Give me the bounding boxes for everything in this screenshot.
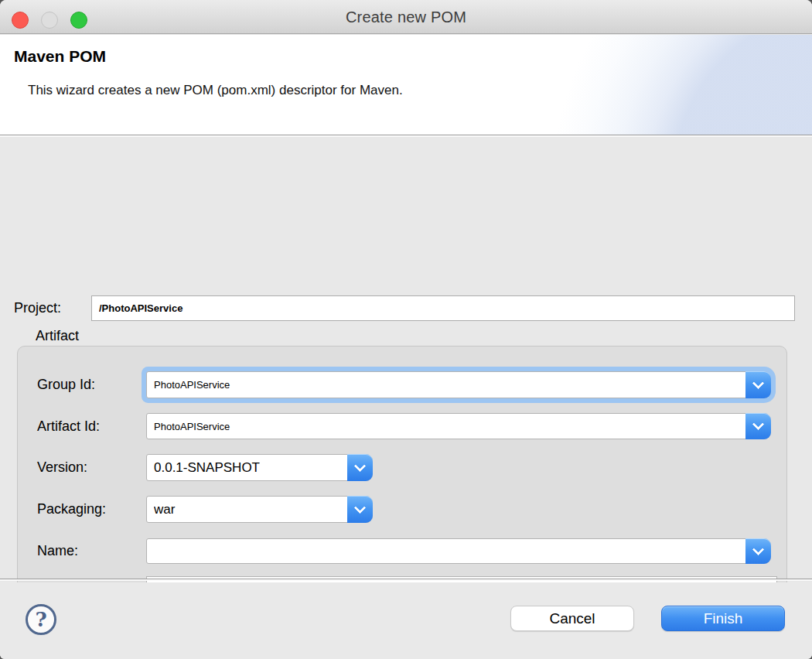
banner-decoration bbox=[487, 35, 812, 135]
footer-separator bbox=[0, 579, 812, 581]
packaging-combo bbox=[146, 496, 373, 523]
banner-description: This wizard creates a new POM (pom.xml) … bbox=[28, 83, 403, 98]
chevron-down-icon bbox=[354, 501, 367, 514]
group-id-combo bbox=[146, 371, 771, 398]
name-input[interactable] bbox=[147, 539, 770, 563]
packaging-label: Packaging: bbox=[37, 496, 106, 523]
artifact-id-input[interactable] bbox=[147, 414, 770, 439]
create-new-pom-dialog: Create new POM Maven POM This wizard cre… bbox=[0, 0, 812, 659]
chevron-down-icon bbox=[354, 459, 367, 472]
window-title: Create new POM bbox=[0, 0, 812, 34]
project-input[interactable] bbox=[91, 295, 795, 321]
artifact-id-label: Artifact Id: bbox=[37, 413, 100, 439]
help-button[interactable]: ? bbox=[26, 604, 56, 635]
banner-title: Maven POM bbox=[14, 47, 106, 66]
chevron-down-icon bbox=[752, 418, 765, 431]
group-id-input[interactable] bbox=[147, 372, 770, 398]
name-label: Name: bbox=[37, 538, 78, 564]
project-label: Project: bbox=[14, 295, 61, 321]
wizard-content: Project: Artifact Group Id: Artifact Id:… bbox=[0, 138, 812, 579]
finish-button[interactable]: Finish bbox=[661, 606, 785, 631]
button-bar: ? Cancel Finish bbox=[0, 582, 812, 659]
chevron-down-icon bbox=[752, 377, 765, 389]
question-mark-icon: ? bbox=[35, 609, 46, 630]
packaging-input[interactable] bbox=[147, 497, 372, 522]
version-combo bbox=[146, 454, 373, 481]
version-label: Version: bbox=[37, 454, 87, 481]
artifact-group-title: Artifact bbox=[36, 326, 79, 345]
cancel-button[interactable]: Cancel bbox=[510, 606, 634, 631]
banner-separator bbox=[0, 135, 812, 137]
artifact-id-combo bbox=[146, 413, 771, 439]
packaging-dropdown-button[interactable] bbox=[347, 496, 373, 523]
version-dropdown-button[interactable] bbox=[347, 454, 373, 481]
group-id-label: Group Id: bbox=[37, 371, 95, 398]
group-id-dropdown-button[interactable] bbox=[745, 371, 771, 398]
wizard-banner: Maven POM This wizard creates a new POM … bbox=[0, 35, 812, 135]
artifact-id-dropdown-button[interactable] bbox=[745, 413, 771, 439]
title-bar[interactable]: Create new POM bbox=[0, 0, 812, 34]
version-input[interactable] bbox=[147, 455, 372, 480]
name-dropdown-button[interactable] bbox=[745, 538, 771, 564]
chevron-down-icon bbox=[752, 543, 765, 555]
name-combo bbox=[146, 538, 771, 564]
